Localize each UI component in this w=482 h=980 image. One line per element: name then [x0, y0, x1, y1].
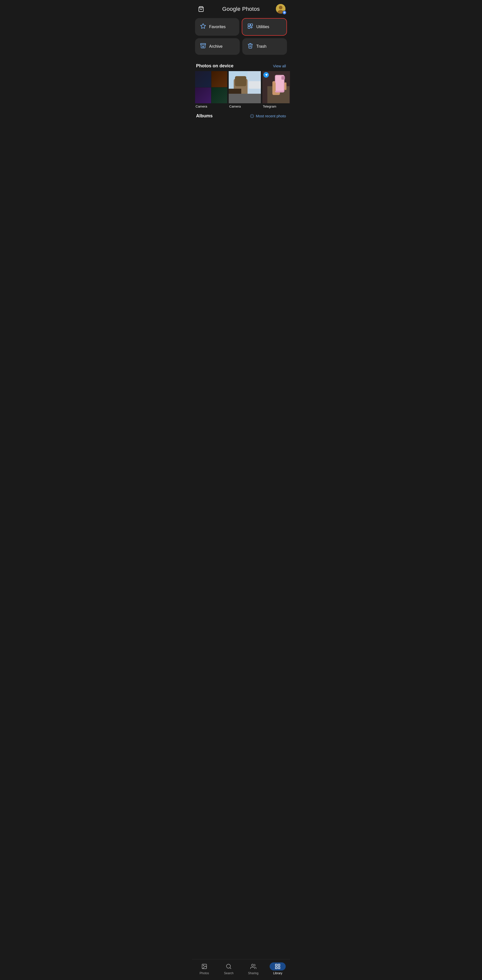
app-header: Google Photos [192, 0, 290, 16]
svg-rect-7 [248, 26, 250, 29]
collage-cell-3 [195, 88, 211, 103]
archive-label: Archive [209, 44, 222, 49]
star-icon [200, 23, 206, 31]
car-scene [229, 71, 261, 103]
favorites-label: Favorites [209, 25, 226, 29]
utilities-icon [247, 23, 253, 31]
user-avatar[interactable] [276, 4, 286, 14]
button-row-1: Favorites Utilities [195, 18, 287, 36]
folder-item-telegram[interactable]: Telegram [262, 71, 290, 108]
telegram-label: Telegram [262, 105, 276, 108]
most-recent-label: Most recent photo [256, 114, 286, 118]
most-recent-button[interactable]: Most recent photo [250, 114, 286, 118]
title-google: Google [222, 6, 241, 12]
camera-thumb [229, 71, 261, 103]
albums-row: Albums Most recent photo [196, 113, 286, 119]
quick-access-buttons: Favorites Utilities [192, 16, 290, 59]
svg-rect-6 [251, 24, 252, 26]
trash-label: Trash [256, 44, 266, 49]
trash-icon [247, 43, 253, 50]
sort-icon [250, 114, 254, 118]
title-photos: Photos [241, 6, 260, 12]
svg-rect-16 [249, 81, 261, 89]
archive-button[interactable]: Archive [195, 38, 240, 55]
svg-rect-23 [281, 76, 285, 80]
telegram-icon-overlay [263, 72, 269, 78]
svg-marker-4 [201, 24, 206, 29]
folder-item-camera[interactable]: Camera [229, 71, 261, 108]
utilities-button[interactable]: Utilities [242, 18, 287, 36]
bag-icon [198, 6, 204, 12]
utilities-label: Utilities [256, 25, 270, 29]
device-photos-title: Photos on device [196, 63, 233, 68]
collage-cell-1 [195, 71, 211, 87]
favorites-button[interactable]: Favorites [195, 18, 239, 36]
folder-list: Camera Camera [192, 71, 290, 108]
svg-rect-5 [248, 24, 250, 26]
trash-button[interactable]: Trash [242, 38, 287, 55]
camera-label: Camera [229, 105, 241, 108]
app-title: Google Photos [222, 6, 260, 12]
folder-item-camera-collage[interactable]: Camera [195, 71, 227, 108]
svg-rect-8 [201, 43, 206, 45]
svg-rect-24 [274, 83, 276, 91]
svg-rect-25 [284, 83, 287, 90]
button-row-2: Archive Trash [195, 38, 287, 55]
shop-button[interactable] [196, 4, 206, 14]
camera-collage-label: Camera [195, 105, 207, 108]
albums-title: Albums [196, 113, 212, 119]
collage-cell-2 [211, 71, 227, 87]
view-all-link[interactable]: View all [273, 64, 286, 68]
archive-icon [200, 43, 206, 50]
upload-badge [282, 11, 287, 14]
svg-rect-13 [235, 76, 246, 86]
camera-collage-thumb [195, 71, 227, 103]
collage-cell-4 [211, 88, 227, 103]
device-photos-header: Photos on device View all [192, 59, 290, 71]
svg-point-2 [279, 6, 282, 9]
svg-rect-17 [229, 94, 261, 103]
albums-section: Albums Most recent photo [192, 108, 290, 121]
